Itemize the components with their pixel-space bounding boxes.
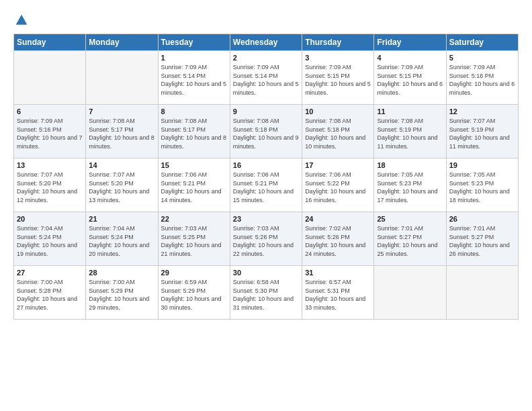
day-detail: Sunrise: 7:08 AMSunset: 5:17 PMDaylight:…	[89, 117, 154, 150]
day-detail: Sunrise: 7:05 AMSunset: 5:23 PMDaylight:…	[449, 171, 515, 204]
day-detail: Sunrise: 7:09 AMSunset: 5:16 PMDaylight:…	[17, 117, 83, 150]
calendar-day-cell: 8Sunrise: 7:08 AMSunset: 5:17 PMDaylight…	[158, 105, 230, 158]
day-detail: Sunrise: 7:06 AMSunset: 5:21 PMDaylight:…	[161, 171, 227, 204]
day-detail: Sunrise: 7:09 AMSunset: 5:14 PMDaylight:…	[233, 63, 299, 97]
calendar-day-cell: 12Sunrise: 7:07 AMSunset: 5:19 PMDayligh…	[446, 105, 518, 158]
calendar-day-cell: 3Sunrise: 7:09 AMSunset: 5:15 PMDaylight…	[302, 51, 374, 105]
day-number: 20	[17, 215, 83, 223]
calendar-header-wednesday: Wednesday	[230, 34, 302, 51]
day-detail: Sunrise: 7:07 AMSunset: 5:20 PMDaylight:…	[17, 171, 83, 204]
day-detail: Sunrise: 7:08 AMSunset: 5:18 PMDaylight:…	[233, 117, 299, 150]
logo	[13, 13, 28, 27]
day-number: 29	[161, 269, 227, 277]
day-detail: Sunrise: 7:03 AMSunset: 5:26 PMDaylight:…	[233, 224, 299, 258]
day-detail: Sunrise: 7:08 AMSunset: 5:17 PMDaylight:…	[161, 117, 227, 150]
calendar-day-cell: 11Sunrise: 7:08 AMSunset: 5:19 PMDayligh…	[374, 105, 446, 158]
day-detail: Sunrise: 6:57 AMSunset: 5:31 PMDaylight:…	[305, 278, 371, 312]
day-detail: Sunrise: 7:08 AMSunset: 5:19 PMDaylight:…	[377, 117, 443, 150]
calendar-day-cell: 14Sunrise: 7:07 AMSunset: 5:20 PMDayligh…	[86, 158, 158, 212]
day-number: 24	[305, 215, 371, 223]
calendar-day-cell: 31Sunrise: 6:57 AMSunset: 5:31 PMDayligh…	[302, 266, 374, 320]
day-number: 28	[89, 269, 154, 277]
day-number: 5	[449, 54, 515, 62]
day-detail: Sunrise: 7:04 AMSunset: 5:24 PMDaylight:…	[17, 224, 83, 258]
day-number: 10	[305, 107, 371, 116]
day-detail: Sunrise: 7:08 AMSunset: 5:18 PMDaylight:…	[305, 117, 371, 150]
calendar-day-cell: 21Sunrise: 7:04 AMSunset: 5:24 PMDayligh…	[86, 212, 158, 266]
day-number: 16	[233, 161, 299, 169]
day-detail: Sunrise: 6:59 AMSunset: 5:29 PMDaylight:…	[161, 278, 227, 312]
calendar-day-cell: 26Sunrise: 7:01 AMSunset: 5:27 PMDayligh…	[446, 212, 518, 266]
calendar-day-cell: 25Sunrise: 7:01 AMSunset: 5:27 PMDayligh…	[374, 212, 446, 266]
calendar-day-cell: 4Sunrise: 7:09 AMSunset: 5:15 PMDaylight…	[374, 51, 446, 105]
calendar-day-cell	[446, 266, 518, 320]
day-detail: Sunrise: 7:01 AMSunset: 5:27 PMDaylight:…	[377, 224, 443, 258]
day-number: 17	[305, 161, 371, 169]
day-number: 13	[17, 161, 83, 169]
calendar-day-cell: 16Sunrise: 7:06 AMSunset: 5:21 PMDayligh…	[230, 158, 302, 212]
day-number: 4	[377, 54, 443, 62]
day-number: 1	[161, 54, 227, 62]
day-detail: Sunrise: 7:06 AMSunset: 5:21 PMDaylight:…	[233, 171, 299, 204]
calendar-header-friday: Friday	[374, 34, 446, 51]
calendar-day-cell: 2Sunrise: 7:09 AMSunset: 5:14 PMDaylight…	[230, 51, 302, 105]
calendar-week-row: 27Sunrise: 7:00 AMSunset: 5:28 PMDayligh…	[14, 266, 519, 320]
calendar-day-cell: 1Sunrise: 7:09 AMSunset: 5:14 PMDaylight…	[158, 51, 230, 105]
day-detail: Sunrise: 6:58 AMSunset: 5:30 PMDaylight:…	[233, 278, 299, 312]
day-detail: Sunrise: 7:01 AMSunset: 5:27 PMDaylight:…	[449, 224, 515, 258]
calendar-day-cell: 5Sunrise: 7:09 AMSunset: 5:16 PMDaylight…	[446, 51, 518, 105]
day-detail: Sunrise: 7:07 AMSunset: 5:20 PMDaylight:…	[89, 171, 154, 204]
calendar-day-cell: 7Sunrise: 7:08 AMSunset: 5:17 PMDaylight…	[86, 105, 158, 158]
calendar-day-cell: 10Sunrise: 7:08 AMSunset: 5:18 PMDayligh…	[302, 105, 374, 158]
page-header	[13, 13, 519, 27]
calendar-week-row: 6Sunrise: 7:09 AMSunset: 5:16 PMDaylight…	[14, 105, 519, 158]
calendar-week-row: 13Sunrise: 7:07 AMSunset: 5:20 PMDayligh…	[14, 158, 519, 212]
calendar-day-cell	[374, 266, 446, 320]
calendar-day-cell: 17Sunrise: 7:06 AMSunset: 5:22 PMDayligh…	[302, 158, 374, 212]
calendar-header-tuesday: Tuesday	[158, 34, 230, 51]
day-detail: Sunrise: 7:09 AMSunset: 5:15 PMDaylight:…	[377, 63, 443, 97]
day-number: 22	[161, 215, 227, 223]
calendar-header-row: SundayMondayTuesdayWednesdayThursdayFrid…	[14, 34, 519, 51]
day-detail: Sunrise: 7:07 AMSunset: 5:19 PMDaylight:…	[449, 117, 515, 150]
calendar-day-cell: 23Sunrise: 7:03 AMSunset: 5:26 PMDayligh…	[230, 212, 302, 266]
day-detail: Sunrise: 7:09 AMSunset: 5:16 PMDaylight:…	[449, 63, 515, 97]
calendar-day-cell: 6Sunrise: 7:09 AMSunset: 5:16 PMDaylight…	[14, 105, 86, 158]
calendar-day-cell: 9Sunrise: 7:08 AMSunset: 5:18 PMDaylight…	[230, 105, 302, 158]
calendar-day-cell	[86, 51, 158, 105]
day-number: 15	[161, 161, 227, 169]
calendar-day-cell: 15Sunrise: 7:06 AMSunset: 5:21 PMDayligh…	[158, 158, 230, 212]
calendar-header-saturday: Saturday	[446, 34, 518, 51]
day-detail: Sunrise: 7:09 AMSunset: 5:15 PMDaylight:…	[305, 63, 371, 97]
day-detail: Sunrise: 7:09 AMSunset: 5:14 PMDaylight:…	[161, 63, 227, 97]
day-number: 27	[17, 269, 83, 277]
calendar-table: SundayMondayTuesdayWednesdayThursdayFrid…	[13, 34, 519, 320]
day-number: 6	[17, 107, 83, 116]
calendar-week-row: 1Sunrise: 7:09 AMSunset: 5:14 PMDaylight…	[14, 51, 519, 105]
day-number: 30	[233, 269, 299, 277]
day-detail: Sunrise: 7:03 AMSunset: 5:25 PMDaylight:…	[161, 224, 227, 258]
day-number: 25	[377, 215, 443, 223]
calendar-header-sunday: Sunday	[14, 34, 86, 51]
calendar-week-row: 20Sunrise: 7:04 AMSunset: 5:24 PMDayligh…	[14, 212, 519, 266]
day-number: 18	[377, 161, 443, 169]
day-number: 21	[89, 215, 154, 223]
calendar-day-cell: 24Sunrise: 7:02 AMSunset: 5:26 PMDayligh…	[302, 212, 374, 266]
day-number: 12	[449, 107, 515, 116]
calendar-header-thursday: Thursday	[302, 34, 374, 51]
day-detail: Sunrise: 7:05 AMSunset: 5:23 PMDaylight:…	[377, 171, 443, 204]
calendar-day-cell: 28Sunrise: 7:00 AMSunset: 5:29 PMDayligh…	[86, 266, 158, 320]
day-number: 2	[233, 54, 299, 62]
logo-icon	[15, 13, 28, 27]
day-number: 9	[233, 107, 299, 116]
day-number: 19	[449, 161, 515, 169]
calendar-day-cell: 30Sunrise: 6:58 AMSunset: 5:30 PMDayligh…	[230, 266, 302, 320]
day-number: 26	[449, 215, 515, 223]
calendar-day-cell: 13Sunrise: 7:07 AMSunset: 5:20 PMDayligh…	[14, 158, 86, 212]
day-number: 23	[233, 215, 299, 223]
calendar-day-cell: 19Sunrise: 7:05 AMSunset: 5:23 PMDayligh…	[446, 158, 518, 212]
day-number: 7	[89, 107, 154, 116]
calendar-day-cell: 18Sunrise: 7:05 AMSunset: 5:23 PMDayligh…	[374, 158, 446, 212]
calendar-day-cell	[14, 51, 86, 105]
day-number: 14	[89, 161, 154, 169]
